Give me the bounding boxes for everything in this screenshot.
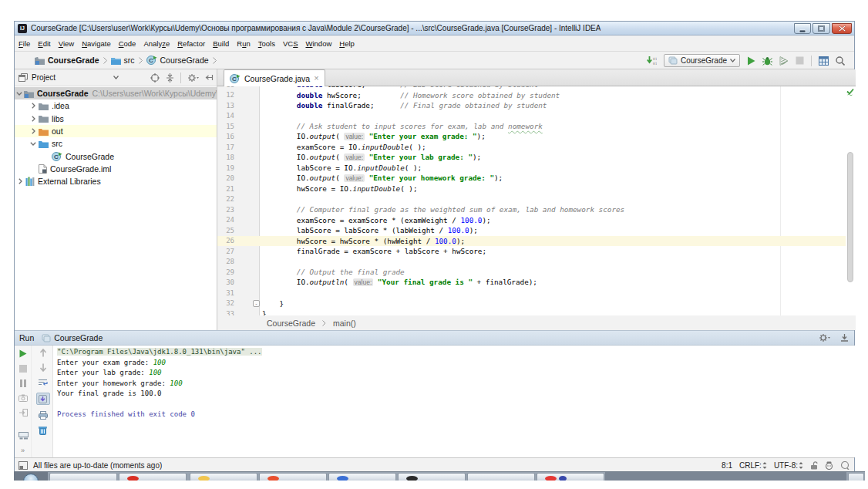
hide-panel-icon[interactable] <box>205 73 214 82</box>
code-line-18[interactable]: 18 IO.output( value: "Enter your lab gra… <box>217 153 846 164</box>
stop-button[interactable] <box>796 56 804 65</box>
code-line-33[interactable]: 33} <box>217 309 846 315</box>
code-line-26[interactable]: 26 hwScore = hwScore * (hwWeight / 100.0… <box>217 236 846 247</box>
caret-position[interactable]: 8:1 <box>722 461 732 470</box>
tree-row-out[interactable]: out <box>15 125 217 137</box>
up-stacktrace-icon[interactable] <box>39 349 47 357</box>
code-line-25[interactable]: 25 labScore = labScore * (labWeight / 10… <box>217 225 846 236</box>
menu-file[interactable]: File <box>15 38 34 49</box>
stop-process-button[interactable] <box>19 365 27 373</box>
chevron-collapsed-icon[interactable] <box>29 103 37 109</box>
editor-body[interactable]: 11 double labScore; // Lab score obtaine… <box>217 86 856 315</box>
hide-run-panel-icon[interactable] <box>840 334 849 342</box>
project-panel-title[interactable]: Project <box>32 73 56 82</box>
tree-row-CourseGradeiml[interactable]: CourseGrade.iml <box>15 163 217 175</box>
code-line-31[interactable]: 31 <box>217 288 846 298</box>
chevron-collapsed-icon[interactable] <box>29 116 37 122</box>
project-structure-icon[interactable] <box>819 56 829 66</box>
toolwindow-toggle-icon[interactable] <box>19 461 28 470</box>
minimize-button[interactable] <box>794 23 811 34</box>
chevron-expanded-icon[interactable] <box>16 92 22 96</box>
taskbar-button-3[interactable] <box>190 473 257 481</box>
tab-close-icon[interactable]: × <box>314 74 318 83</box>
thread-dump-button[interactable] <box>19 394 28 402</box>
breadcrumb-src[interactable]: src <box>124 56 135 65</box>
maximize-button[interactable] <box>812 23 830 34</box>
menu-view[interactable]: View <box>55 38 78 49</box>
clear-all-icon[interactable] <box>39 426 47 435</box>
debug-button[interactable] <box>762 56 772 66</box>
show-console-icon[interactable] <box>19 432 29 440</box>
breadcrumb-class-bottom[interactable]: CourseGrade <box>267 319 315 328</box>
tree-row-CourseGrade[interactable]: CourseGradeC:\Users\user\Work\Курсы\Udem… <box>15 87 217 99</box>
tree-row-src[interactable]: src <box>15 137 217 150</box>
code-line-12[interactable]: 12 double hwScore; // Homework score obt… <box>217 90 846 101</box>
breadcrumb-class[interactable]: CourseGrade <box>160 56 209 65</box>
menu-edit[interactable]: Edit <box>34 38 54 49</box>
menu-tools[interactable]: Tools <box>254 38 279 49</box>
search-everywhere-icon[interactable] <box>836 56 845 66</box>
code-line-22[interactable]: 22 <box>217 194 846 205</box>
event-log-icon[interactable] <box>840 461 849 470</box>
more-options-icon[interactable]: » <box>21 447 25 454</box>
code-line-24[interactable]: 24 examScore = examScore * (examWeight /… <box>217 215 846 226</box>
code-line-28[interactable]: 28 <box>217 257 846 268</box>
encoding-widget[interactable]: UTF-8: <box>774 461 803 470</box>
code-line-17[interactable]: 17 examScore = IO.inputDouble( ); <box>217 142 846 153</box>
taskbar-button-5[interactable] <box>328 473 396 481</box>
unlocked-icon[interactable] <box>810 461 818 470</box>
code-line-27[interactable]: 27 finalGrade = examScore + labScore + h… <box>217 246 846 257</box>
pause-output-button[interactable] <box>20 379 26 387</box>
run-settings-gear-icon[interactable] <box>819 333 830 342</box>
breadcrumb-method-bottom[interactable]: main() <box>333 319 356 328</box>
chevron-expanded-icon[interactable] <box>29 142 37 146</box>
menu-analyze[interactable]: Analyze <box>140 38 173 49</box>
soft-wrap-icon[interactable] <box>38 378 48 386</box>
code-line-19[interactable]: 19 labScore = IO.inputDouble( ); <box>217 163 846 174</box>
chevron-collapsed-icon[interactable] <box>16 178 24 184</box>
editor-tab[interactable]: C CourseGrade.java × <box>224 69 325 86</box>
chevron-collapsed-icon[interactable] <box>29 128 37 134</box>
project-dropdown-icon[interactable] <box>113 76 119 79</box>
code-line-20[interactable]: 20 IO.output( value: "Enter your homewor… <box>217 174 846 184</box>
locate-file-icon[interactable] <box>150 73 160 83</box>
run-tab[interactable]: CourseGrade <box>42 333 103 342</box>
menu-refactor[interactable]: Refactor <box>173 38 209 49</box>
close-button[interactable] <box>832 23 852 34</box>
tree-row-libs[interactable]: libs <box>15 113 217 125</box>
taskbar-button-7[interactable] <box>467 473 535 481</box>
code-line-15[interactable]: 15 // Ask student to input scores for ex… <box>217 121 846 132</box>
code-line-29[interactable]: 29 // Output the final grade <box>217 267 846 278</box>
down-stacktrace-icon[interactable] <box>39 363 47 372</box>
hector-inspector-icon[interactable] <box>825 461 833 470</box>
taskbar-button-2[interactable] <box>119 473 187 481</box>
menu-navigate[interactable]: Navigate <box>78 38 115 49</box>
menu-vcs[interactable]: VCS <box>279 38 302 49</box>
scroll-to-end-button[interactable] <box>36 393 50 405</box>
fold-marker-icon[interactable]: ‐ <box>253 300 260 307</box>
error-stripe[interactable] <box>846 86 856 315</box>
code-line-13[interactable]: 13 double finalGrade; // Final grade obt… <box>217 100 846 111</box>
menu-run[interactable]: Run <box>233 38 254 49</box>
menu-window[interactable]: Window <box>301 38 335 49</box>
print-icon[interactable] <box>39 411 48 420</box>
menu-code[interactable]: Code <box>115 38 140 49</box>
run-configuration-select[interactable]: CourseGrade <box>664 54 740 67</box>
exit-button[interactable] <box>19 409 28 416</box>
code-line-23[interactable]: 23 // Computer final grade as the weight… <box>217 204 846 215</box>
coverage-button[interactable] <box>779 56 789 66</box>
taskbar-tray-button[interactable] <box>848 473 864 481</box>
console-output[interactable]: "C:\Program Files\Java\jdk1.8.0_131\bin\… <box>54 346 856 457</box>
annotate-arrow-icon[interactable]: 0101 <box>647 56 657 66</box>
breadcrumb-project[interactable]: CourseGrade <box>48 56 99 65</box>
tree-row-idea[interactable]: .idea <box>15 99 217 112</box>
taskbar-button-6[interactable] <box>398 473 466 481</box>
editor-scrollbar[interactable] <box>847 152 853 282</box>
collapse-all-icon[interactable] <box>166 73 174 83</box>
run-button[interactable] <box>747 56 755 66</box>
title-bar[interactable]: IJ CourseGrade [C:\Users\user\Work\Курсы… <box>15 22 854 35</box>
menu-build[interactable]: Build <box>209 38 233 49</box>
code-line-30[interactable]: 30 IO.outputln( value: "Your final grade… <box>217 278 846 288</box>
tree-row-ExternalLibraries[interactable]: External Libraries <box>15 175 217 187</box>
taskbar-button-4[interactable] <box>259 473 327 481</box>
